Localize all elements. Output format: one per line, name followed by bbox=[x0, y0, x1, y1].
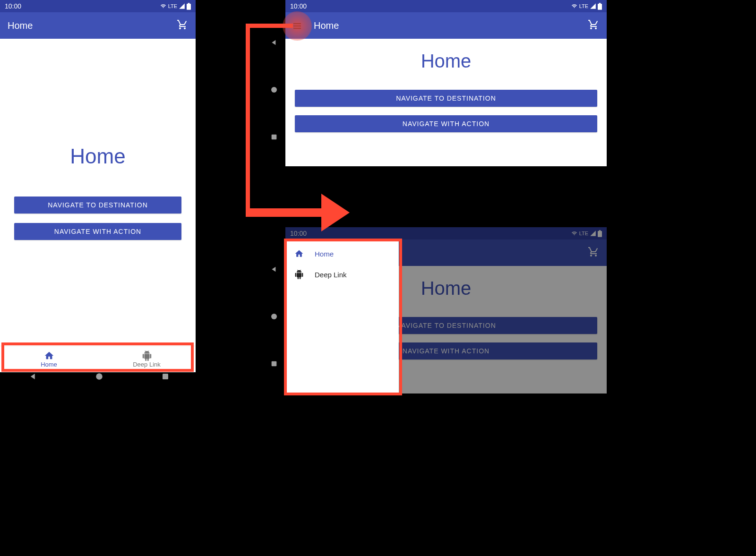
svg-point-5 bbox=[271, 87, 277, 93]
tablet-landscape-screenshot: 10:00 LTE Home Home NAVIGATE TO DESTINAT… bbox=[285, 0, 607, 166]
navigate-action-button[interactable]: NAVIGATE WITH ACTION bbox=[14, 223, 181, 240]
cart-icon[interactable] bbox=[177, 19, 188, 33]
navigate-action-button[interactable]: NAVIGATE WITH ACTION bbox=[295, 115, 597, 132]
drawer-item-deep-link[interactable]: Deep Link bbox=[285, 264, 399, 285]
svg-rect-6 bbox=[272, 135, 277, 140]
page-body: Home NAVIGATE TO DESTINATION NAVIGATE WI… bbox=[0, 39, 196, 346]
recent-icon[interactable] bbox=[161, 372, 170, 381]
wifi-icon bbox=[160, 3, 167, 9]
battery-icon bbox=[187, 3, 191, 10]
status-time: 10:00 bbox=[290, 2, 307, 10]
cart-icon[interactable] bbox=[588, 19, 599, 33]
status-bar: 10:00 LTE bbox=[285, 0, 607, 12]
navigate-destination-button[interactable]: NAVIGATE TO DESTINATION bbox=[295, 90, 597, 107]
app-bar: Home bbox=[285, 12, 607, 39]
system-navigation-bar bbox=[265, 246, 284, 387]
status-network-label: LTE bbox=[168, 3, 177, 9]
app-bar-title: Home bbox=[8, 20, 177, 31]
annotation-tap-hamburger bbox=[283, 11, 312, 41]
phone-portrait-screenshot: 10:00 LTE Home Home NAVIGATE TO DESTINAT… bbox=[0, 0, 196, 372]
page-title: Home bbox=[295, 51, 597, 72]
drawer-item-label: Home bbox=[315, 250, 334, 258]
android-icon bbox=[294, 270, 304, 279]
status-indicators: LTE bbox=[571, 3, 602, 10]
system-navigation-bar bbox=[0, 367, 198, 386]
system-navigation-bar bbox=[265, 19, 284, 161]
signal-icon bbox=[179, 3, 185, 9]
status-indicators: LTE bbox=[160, 3, 191, 10]
navigate-destination-button[interactable]: NAVIGATE TO DESTINATION bbox=[14, 197, 181, 214]
recent-icon[interactable] bbox=[270, 133, 278, 141]
app-bar-title: Home bbox=[314, 20, 588, 31]
battery-icon bbox=[598, 3, 602, 10]
svg-rect-8 bbox=[272, 361, 277, 367]
svg-point-0 bbox=[96, 373, 103, 380]
svg-point-7 bbox=[271, 314, 277, 319]
back-icon[interactable] bbox=[270, 265, 278, 273]
back-icon[interactable] bbox=[29, 372, 37, 381]
tablet-landscape-drawer-screenshot: 10:00 LTE Home NAVIGATE TO DESTINATION N… bbox=[285, 227, 607, 393]
drawer-item-label: Deep Link bbox=[315, 271, 347, 279]
drawer-item-home[interactable]: Home bbox=[285, 243, 399, 264]
hamburger-icon[interactable] bbox=[292, 20, 303, 32]
navigation-drawer: Home Deep Link bbox=[285, 240, 399, 393]
wifi-icon bbox=[571, 3, 578, 9]
page-title: Home bbox=[14, 145, 181, 168]
home-nav-icon[interactable] bbox=[270, 86, 278, 94]
status-time: 10:00 bbox=[5, 2, 21, 10]
status-bar: 10:00 LTE bbox=[0, 0, 196, 12]
home-nav-icon[interactable] bbox=[270, 313, 278, 320]
page-body: Home NAVIGATE TO DESTINATION NAVIGATE WI… bbox=[285, 39, 607, 166]
status-network-label: LTE bbox=[579, 3, 588, 9]
svg-rect-1 bbox=[163, 374, 168, 379]
home-icon bbox=[294, 249, 304, 258]
home-icon bbox=[44, 351, 54, 361]
recent-icon[interactable] bbox=[270, 360, 278, 368]
home-nav-icon[interactable] bbox=[95, 372, 103, 381]
android-icon bbox=[142, 351, 152, 361]
back-icon[interactable] bbox=[270, 39, 278, 46]
app-bar: Home bbox=[0, 12, 196, 39]
signal-icon bbox=[590, 3, 596, 9]
